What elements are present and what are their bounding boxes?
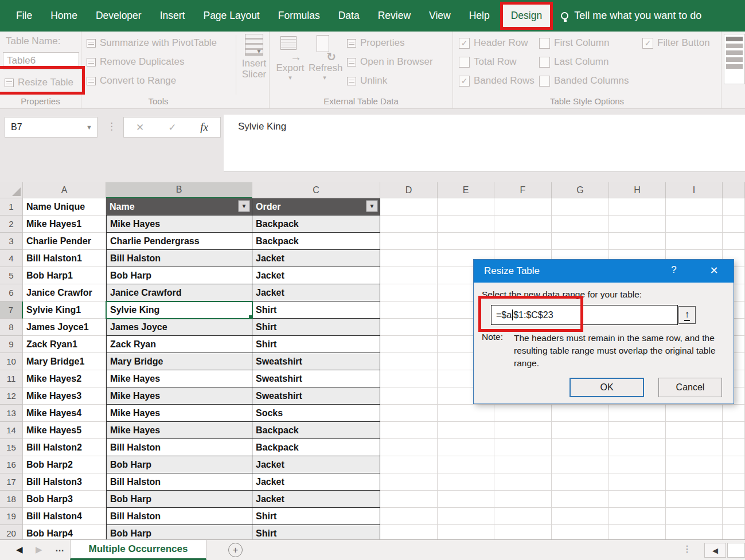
cell-c13[interactable]: Socks — [252, 405, 380, 422]
row-header-19[interactable]: 19 — [0, 508, 23, 525]
cell-b14[interactable]: Mike Hayes — [106, 422, 252, 439]
column-header-g[interactable]: G — [552, 182, 609, 198]
cell-a11[interactable]: Mike Hayes2 — [23, 370, 106, 387]
cell-d[interactable] — [380, 336, 438, 353]
properties-button[interactable]: Properties — [347, 36, 404, 50]
sheet-next-icon[interactable]: ▶ — [36, 545, 42, 555]
row-header-3[interactable]: 3 — [0, 233, 23, 250]
cell-a5[interactable]: Bob Harp1 — [23, 267, 106, 284]
cell-f[interactable] — [494, 216, 552, 233]
cell-f[interactable] — [494, 508, 552, 525]
cell-h[interactable] — [609, 422, 666, 439]
row-header-16[interactable]: 16 — [0, 456, 23, 473]
cell-i[interactable] — [666, 456, 723, 473]
cell-b6[interactable]: Janice Crawford — [106, 284, 252, 301]
cell-d[interactable] — [380, 422, 438, 439]
cell-e[interactable] — [438, 216, 494, 233]
cell-a13[interactable]: Mike Hayes4 — [23, 405, 106, 422]
cell-c5[interactable]: Jacket — [252, 267, 380, 284]
cell-e[interactable] — [438, 473, 494, 491]
cell-b12[interactable]: Mike Hayes — [106, 387, 252, 405]
tab-insert[interactable]: Insert — [151, 0, 194, 32]
row-header-18[interactable]: 18 — [0, 491, 23, 508]
column-header-i[interactable]: I — [666, 182, 723, 198]
unchecked-checkbox-icon[interactable] — [459, 57, 470, 68]
insert-function-icon[interactable]: fx — [200, 121, 208, 134]
range-input[interactable]: =$a$1:$C$23 — [491, 305, 678, 325]
enter-entry-icon[interactable]: ✓ — [168, 122, 176, 134]
cell-d[interactable] — [380, 405, 438, 422]
cell-i[interactable] — [666, 405, 723, 422]
checked-checkbox-icon[interactable]: ✓ — [642, 38, 653, 49]
checked-checkbox-icon[interactable]: ✓ — [459, 76, 470, 87]
cell-c3[interactable]: Backpack — [252, 233, 380, 250]
scroll-left-button[interactable]: ◀ — [704, 543, 726, 558]
select-all-corner[interactable] — [0, 182, 23, 198]
cell-d[interactable] — [380, 198, 438, 216]
cell-b4[interactable]: Bill Halston — [106, 250, 252, 267]
cell-d[interactable] — [380, 267, 438, 284]
cell-g[interactable] — [552, 473, 609, 491]
tab-design[interactable]: Design — [500, 2, 553, 30]
cell-d[interactable] — [380, 319, 438, 336]
cell-b19[interactable]: Bill Halston — [106, 508, 252, 525]
row-header-15[interactable]: 15 — [0, 439, 23, 456]
cell-c8[interactable]: Shirt — [252, 319, 380, 336]
cell-a12[interactable]: Mike Hayes3 — [23, 387, 106, 405]
cell-e[interactable] — [438, 525, 494, 539]
checkbox-banded-rows[interactable]: ✓Banded Rows — [459, 73, 535, 88]
cell-b7-active[interactable]: Sylvie King — [106, 301, 252, 319]
cell-d[interactable] — [380, 370, 438, 387]
cell-f[interactable] — [494, 491, 552, 508]
name-box-dropdown-icon[interactable]: ▼ — [86, 124, 92, 131]
refresh-button[interactable]: ↻ Refresh ▾ — [309, 34, 341, 81]
cell-f[interactable] — [494, 405, 552, 422]
cell-a17[interactable]: Bill Halston3 — [23, 473, 106, 491]
cell-h[interactable] — [609, 456, 666, 473]
cell-f[interactable] — [494, 422, 552, 439]
cell-a7[interactable]: Sylvie King1 — [23, 301, 106, 319]
cell-f[interactable] — [494, 473, 552, 491]
cell-h[interactable] — [609, 198, 666, 216]
tab-page-layout[interactable]: Page Layout — [194, 0, 268, 32]
cell-a3[interactable]: Charlie Pender — [23, 233, 106, 250]
formula-bar-splitter[interactable]: ⋮ — [107, 120, 116, 132]
checkbox-total-row[interactable]: Total Row — [459, 54, 517, 69]
tab-developer[interactable]: Developer — [87, 0, 151, 32]
cell-d[interactable] — [380, 233, 438, 250]
cell-d[interactable] — [380, 473, 438, 491]
cell-h[interactable] — [609, 405, 666, 422]
row-header-6[interactable]: 6 — [0, 284, 23, 301]
cell-e[interactable] — [438, 198, 494, 216]
cell-c7[interactable]: Shirt — [252, 301, 380, 319]
refresh-dropdown-arrow[interactable]: ▾ — [309, 74, 341, 81]
cell-a8[interactable]: James Joyce1 — [23, 319, 106, 336]
row-header-11[interactable]: 11 — [0, 370, 23, 387]
tab-file[interactable]: File — [7, 0, 41, 32]
cell-b3[interactable]: Charlie Pendergrass — [106, 233, 252, 250]
cell-i[interactable] — [666, 198, 723, 216]
cell-b8[interactable]: James Joyce — [106, 319, 252, 336]
cell-a16[interactable]: Bob Harp2 — [23, 456, 106, 473]
cell-a18[interactable]: Bob Harp3 — [23, 491, 106, 508]
cell-d[interactable] — [380, 439, 438, 456]
cell-g[interactable] — [552, 198, 609, 216]
checkbox-filter-button[interactable]: ✓Filter Button — [642, 36, 710, 50]
cell-b15[interactable]: Bill Halston — [106, 439, 252, 456]
cell-d[interactable] — [380, 301, 438, 319]
tell-me-box[interactable]: Tell me what you want to do — [561, 10, 701, 22]
collapse-dialog-button[interactable]: ↑ — [678, 306, 696, 324]
cell-c10[interactable]: Sweatshirt — [252, 353, 380, 370]
cell-a10[interactable]: Mary Bridge1 — [23, 353, 106, 370]
cell-b1-table-header[interactable]: Name▼ — [106, 198, 252, 216]
cell-g[interactable] — [552, 456, 609, 473]
cell-f[interactable] — [494, 525, 552, 539]
insert-slicer-button[interactable]: Insert Slicer — [239, 34, 269, 80]
column-header-c[interactable]: C — [252, 182, 380, 198]
cell-c17[interactable]: Jacket — [252, 473, 380, 491]
row-header-2[interactable]: 2 — [0, 216, 23, 233]
cell-g[interactable] — [552, 405, 609, 422]
resize-table-button[interactable]: Resize Table — [5, 75, 73, 90]
filter-dropdown-icon[interactable]: ▼ — [366, 200, 378, 212]
cell-c12[interactable]: Sweatshirt — [252, 387, 380, 405]
